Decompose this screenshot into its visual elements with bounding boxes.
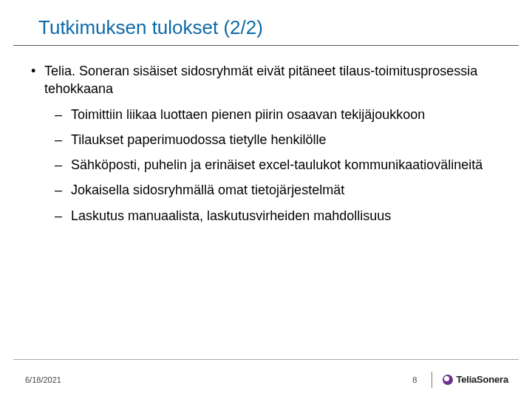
bullet-level2: – Toimittiin liikaa luottaen pienen piir… [55, 106, 501, 123]
bullet-level2: – Sähköposti, puhelin ja erinäiset excel… [55, 156, 501, 174]
bullet-level2-text: Laskutus manuaalista, laskutusvirheiden … [71, 207, 391, 225]
bullet-level2-text: Tilaukset paperimuodossa tietylle henkil… [71, 131, 327, 149]
slide-title: Tutkimuksen tulokset (2/2) [38, 16, 519, 39]
title-bar: Tutkimuksen tulokset (2/2) [13, 0, 519, 46]
bullet-dash-icon: – [55, 207, 71, 225]
bullet-level2: – Tilaukset paperimuodossa tietylle henk… [55, 131, 501, 149]
bullet-level2-text: Jokaisella sidosryhmällä omat tietojärje… [71, 181, 344, 199]
bullet-dot-icon: • [31, 62, 44, 98]
bullet-level2: – Jokaisella sidosryhmällä omat tietojär… [55, 181, 501, 199]
logo-text: TeliaSonera [456, 374, 508, 385]
logo-mark-icon [443, 375, 453, 385]
bullet-level1: • Telia. Soneran sisäiset sidosryhmät ei… [31, 62, 501, 98]
bullet-dash-icon: – [55, 156, 71, 174]
bullet-dash-icon: – [55, 106, 71, 123]
footer: 6/18/2021 8 TeliaSonera [13, 359, 519, 399]
footer-page-number: 8 [412, 375, 429, 384]
bullet-level2-text: Sähköposti, puhelin ja erinäiset excel-t… [71, 156, 482, 174]
bullet-level1-text: Telia. Soneran sisäiset sidosryhmät eivä… [44, 62, 501, 98]
bullet-dash-icon: – [55, 181, 71, 199]
slide: Tutkimuksen tulokset (2/2) • Telia. Sone… [0, 0, 532, 399]
bullet-dash-icon: – [55, 131, 71, 149]
footer-divider [432, 372, 432, 388]
footer-date: 6/18/2021 [13, 375, 412, 384]
logo: TeliaSonera [443, 374, 519, 385]
bullet-level2-text: Toimittiin liikaa luottaen pienen piirin… [71, 106, 425, 123]
bullet-level2: – Laskutus manuaalista, laskutusvirheide… [55, 207, 501, 225]
content-area: • Telia. Soneran sisäiset sidosryhmät ei… [0, 46, 532, 399]
